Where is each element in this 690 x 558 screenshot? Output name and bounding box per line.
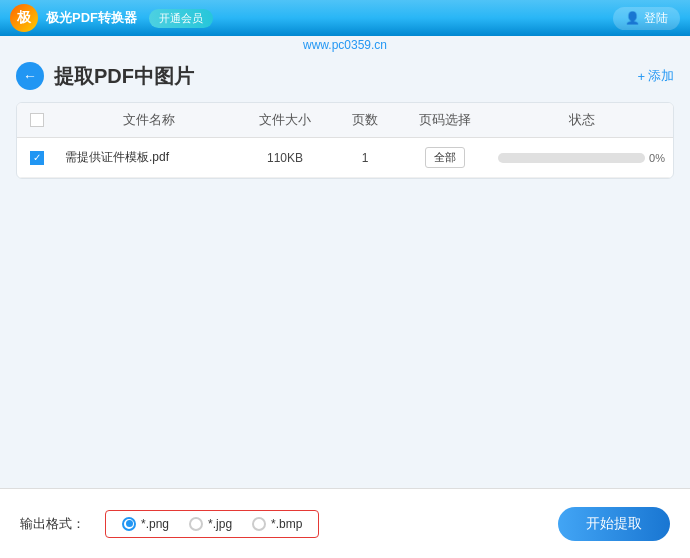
- row-status-cell: 0%: [490, 152, 673, 164]
- header-page-select: 页码选择: [400, 111, 490, 129]
- row-filesize: 110KB: [240, 151, 330, 165]
- format-label: 输出格式：: [20, 515, 85, 533]
- format-png-radio[interactable]: [122, 517, 136, 531]
- format-bmp-option[interactable]: *.bmp: [252, 517, 302, 531]
- table-row: ✓ 需提供证件模板.pdf 110KB 1 全部 0%: [17, 138, 673, 178]
- format-jpg-radio[interactable]: [189, 517, 203, 531]
- format-png-label: *.png: [141, 517, 169, 531]
- format-bmp-label: *.bmp: [271, 517, 302, 531]
- format-jpg-option[interactable]: *.jpg: [189, 517, 232, 531]
- app-logo: 极: [10, 4, 38, 32]
- add-label: 添加: [648, 67, 674, 85]
- header-checkbox-cell: [17, 111, 57, 129]
- format-jpg-label: *.jpg: [208, 517, 232, 531]
- title-bar: 极 极光PDF转换器 开通会员 👤 登陆: [0, 0, 690, 36]
- select-all-checkbox[interactable]: [30, 113, 44, 127]
- bottom-bar: 输出格式： *.png *.jpg *.bmp 开始提取: [0, 488, 690, 558]
- format-png-option[interactable]: *.png: [122, 517, 169, 531]
- format-bmp-radio[interactable]: [252, 517, 266, 531]
- back-button[interactable]: ←: [16, 62, 44, 90]
- progress-bar-wrap: [498, 153, 645, 163]
- table-header: 文件名称 文件大小 页数 页码选择 状态: [17, 103, 673, 138]
- extract-button[interactable]: 开始提取: [558, 507, 670, 541]
- add-file-button[interactable]: + 添加: [637, 67, 674, 85]
- header-filesize: 文件大小: [240, 111, 330, 129]
- header-status: 状态: [490, 111, 673, 129]
- row-checkbox-cell: ✓: [17, 151, 57, 165]
- row-checkbox[interactable]: ✓: [30, 151, 44, 165]
- login-button[interactable]: 👤 登陆: [613, 7, 680, 30]
- progress-text: 0%: [649, 152, 665, 164]
- page-select-button[interactable]: 全部: [425, 147, 465, 168]
- plus-icon: +: [637, 69, 645, 84]
- format-options: *.png *.jpg *.bmp: [105, 510, 319, 538]
- app-name: 极光PDF转换器: [46, 9, 137, 27]
- main-area: ← 提取PDF中图片 + 添加 文件名称 文件大小 页数 页码选择 状态 ✓ 需…: [0, 36, 690, 488]
- person-icon: 👤: [625, 11, 640, 25]
- login-label: 登陆: [644, 10, 668, 27]
- file-table: 文件名称 文件大小 页数 页码选择 状态 ✓ 需提供证件模板.pdf 110KB…: [16, 102, 674, 179]
- header-pages: 页数: [330, 111, 400, 129]
- logo-text: 极: [17, 9, 31, 27]
- header-filename: 文件名称: [57, 111, 240, 129]
- vip-button[interactable]: 开通会员: [149, 9, 213, 28]
- back-icon: ←: [23, 68, 37, 84]
- row-page-select-cell: 全部: [400, 147, 490, 168]
- row-filename: 需提供证件模板.pdf: [57, 149, 240, 166]
- row-pages: 1: [330, 151, 400, 165]
- page-title: 提取PDF中图片: [54, 63, 637, 90]
- page-header: ← 提取PDF中图片 + 添加: [16, 62, 674, 90]
